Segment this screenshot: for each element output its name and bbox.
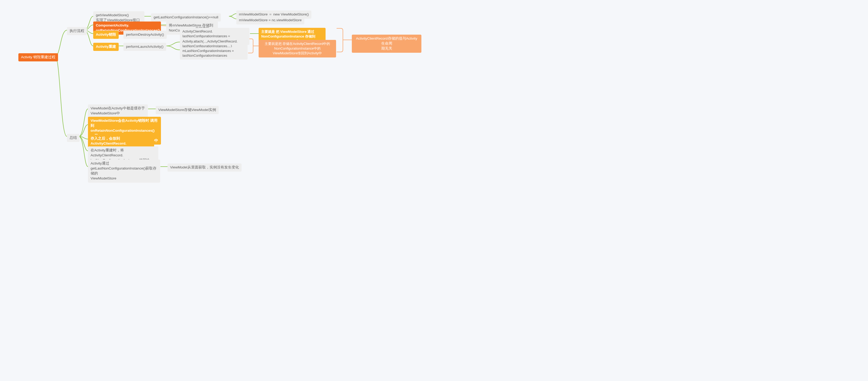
node-acr-life[interactable]: ActivityClientRecord存储的值与Activity生命周 期无关 — [352, 35, 422, 53]
node-rebuild[interactable]: Activity重建 — [93, 43, 119, 51]
mindmap-canvas: Activity 销毁重建过程 执行流程 getViewModelStore()… — [5, 5, 425, 194]
node-mlast[interactable]: mLastNonConfigurationInstances = lastNon… — [180, 47, 248, 60]
root-node[interactable]: Activity 销毁重建过程 — [19, 53, 58, 61]
node-nc-vms[interactable]: mViewModelStore = nc.viewModelStore — [236, 16, 304, 24]
node-destroy[interactable]: Activity销毁 — [93, 31, 119, 39]
node-sum5[interactable]: Activity通过 getLastNonConfigurationInstan… — [88, 160, 160, 183]
node-sum5-child[interactable]: ViewModel从里面获取，实例没有发生变化 — [167, 163, 242, 171]
node-sum1[interactable]: ViewModel在Activity中都是缓存于 ViewModelStore中 — [88, 104, 148, 118]
node-perform-launch[interactable]: performLaunchActivity() — [123, 43, 166, 51]
node-exec-flow[interactable]: 执行流程 — [67, 27, 87, 35]
node-summary[interactable]: 总结 — [67, 134, 80, 142]
node-get-last-null[interactable]: getLastNonConfigurationInstance()==null — [151, 13, 221, 22]
node-main-return[interactable]: 主要就是把 存储在ActivityClientRecord中的 NonConfi… — [259, 40, 336, 58]
node-perform-destroy[interactable]: performDestroyActivity() — [123, 31, 167, 39]
node-sum1-child[interactable]: ViewModelStore存储ViewModel实例 — [156, 106, 219, 114]
